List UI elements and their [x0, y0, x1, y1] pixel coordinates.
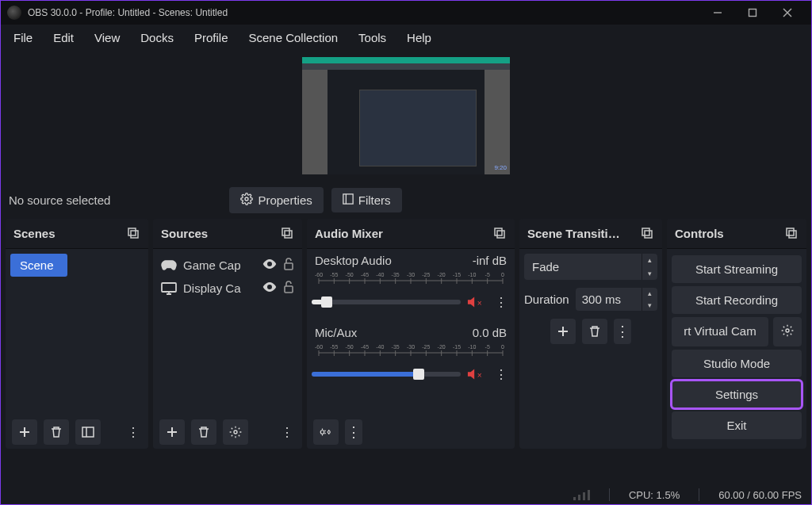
channel-menu-button[interactable]: ⋮ [492, 289, 510, 315]
source-label: Game Cap [183, 258, 256, 272]
menu-tools[interactable]: Tools [349, 28, 396, 48]
transitions-dock: Scene Transiti… Fade ▴▾ Duration 300 ms … [519, 219, 662, 449]
svg-text:-30: -30 [407, 344, 415, 350]
svg-text:-50: -50 [346, 344, 354, 350]
scenes-dock: Scenes Scene ⋮ [6, 219, 148, 449]
svg-text:-35: -35 [392, 272, 400, 277]
svg-point-22 [234, 430, 237, 434]
start-recording-button[interactable]: Start Recording [672, 286, 802, 314]
svg-text:×: × [477, 371, 482, 380]
db-scale: -60-55-50-45-40-35-30-25-20-15-10-50 [312, 270, 510, 288]
popout-icon[interactable] [642, 228, 654, 240]
mixer-title: Audio Mixer [315, 227, 383, 240]
svg-rect-15 [285, 263, 293, 270]
svg-rect-13 [285, 231, 292, 238]
delete-scene-button[interactable] [44, 419, 69, 445]
mute-icon[interactable]: × [467, 295, 486, 309]
svg-text:-10: -10 [468, 272, 476, 277]
svg-rect-1 [749, 10, 756, 17]
duration-value: 300 ms [576, 288, 642, 311]
svg-text:-40: -40 [376, 344, 384, 350]
monitor-icon [161, 282, 177, 295]
source-item[interactable]: Game Cap [158, 254, 297, 277]
transitions-title: Scene Transiti… [527, 227, 620, 240]
statusbar: CPU: 1.5% 60.00 / 60.00 FPS [1, 485, 811, 504]
menu-profile[interactable]: Profile [185, 28, 238, 48]
minimize-button[interactable] [700, 1, 735, 25]
scene-item[interactable]: Scene [10, 254, 67, 277]
add-source-button[interactable] [159, 419, 185, 445]
svg-rect-8 [128, 228, 136, 235]
window-title: OBS 30.0.0 - Profile: Untitled - Scenes:… [28, 7, 700, 18]
lock-icon[interactable] [283, 258, 294, 273]
mixer-advanced-button[interactable] [313, 419, 339, 445]
properties-button[interactable]: Properties [229, 187, 323, 213]
virtual-cam-settings-button[interactable] [773, 317, 802, 346]
source-properties-button[interactable] [223, 419, 248, 445]
eye-icon[interactable] [262, 281, 277, 295]
controls-dock: Controls Start Streaming Start Recording… [667, 219, 806, 449]
svg-point-82 [327, 431, 330, 434]
maximize-button[interactable] [735, 1, 770, 25]
svg-rect-84 [642, 228, 649, 235]
delete-transition-button[interactable] [582, 319, 607, 344]
studio-mode-button[interactable]: Studio Mode [672, 350, 802, 377]
menu-file[interactable]: File [4, 28, 42, 48]
preview-canvas[interactable]: 9:20 [302, 57, 510, 174]
mute-icon[interactable]: × [467, 367, 486, 381]
menu-edit[interactable]: Edit [44, 28, 83, 48]
delete-source-button[interactable] [191, 419, 216, 445]
channel-name: Mic/Aux [315, 326, 357, 339]
sources-dock: Sources Game CapDisplay Ca ⋮ [153, 219, 302, 449]
channel-menu-button[interactable]: ⋮ [492, 362, 510, 387]
transition-select[interactable]: Fade ▴▾ [524, 254, 657, 280]
svg-rect-5 [343, 193, 353, 203]
virtual-cam-button[interactable]: rt Virtual Cam [672, 317, 768, 346]
eye-icon[interactable] [262, 258, 277, 272]
volume-slider[interactable] [312, 372, 461, 377]
close-button[interactable] [770, 1, 805, 25]
add-scene-button[interactable] [12, 419, 37, 445]
duration-label: Duration [524, 293, 569, 306]
no-source-label: No source selected [7, 193, 110, 207]
menu-docks[interactable]: Docks [131, 28, 183, 48]
scene-menu-button[interactable]: ⋮ [124, 419, 142, 445]
source-label: Display Ca [183, 281, 256, 295]
exit-button[interactable]: Exit [672, 411, 802, 439]
fps-status: 60.00 / 60.00 FPS [718, 489, 802, 501]
lock-icon[interactable] [283, 281, 294, 296]
svg-rect-11 [82, 427, 94, 437]
popout-icon[interactable] [128, 228, 140, 240]
svg-text:-45: -45 [361, 344, 369, 350]
popout-icon[interactable] [282, 228, 294, 240]
settings-button[interactable]: Settings [672, 381, 802, 408]
svg-text:0: 0 [501, 344, 504, 350]
menu-scene-collection[interactable]: Scene Collection [239, 28, 348, 48]
titlebar: OBS 30.0.0 - Profile: Untitled - Scenes:… [1, 1, 811, 25]
svg-rect-19 [285, 286, 293, 293]
svg-text:-20: -20 [438, 344, 446, 350]
docks-row: Scenes Scene ⋮ Sources Game CapDisplay C… [1, 219, 811, 453]
volume-slider[interactable] [312, 300, 461, 304]
svg-rect-14 [282, 228, 289, 235]
mixer-menu-button[interactable]: ⋮ [345, 419, 362, 445]
scene-filter-button[interactable] [75, 419, 101, 445]
source-menu-button[interactable]: ⋮ [278, 419, 296, 445]
transition-menu-button[interactable]: ⋮ [614, 319, 631, 344]
menu-view[interactable]: View [85, 28, 129, 48]
popout-icon[interactable] [786, 228, 799, 240]
svg-text:-55: -55 [330, 344, 338, 350]
filters-icon [343, 193, 354, 207]
start-streaming-button[interactable]: Start Streaming [672, 255, 802, 283]
svg-rect-7 [131, 231, 138, 238]
source-item[interactable]: Display Ca [158, 277, 297, 300]
source-toolbar: No source selected Properties Filters [1, 181, 811, 219]
add-transition-button[interactable] [550, 319, 576, 344]
popout-icon[interactable] [494, 228, 507, 240]
svg-rect-83 [645, 231, 652, 238]
menu-help[interactable]: Help [397, 28, 441, 48]
duration-spinner[interactable]: 300 ms ▴▾ [576, 288, 657, 311]
filters-button[interactable]: Filters [331, 188, 402, 212]
svg-point-4 [245, 197, 248, 201]
mixer-channel: Mic/Aux0.0 dB-60-55-50-45-40-35-30-25-20… [312, 326, 510, 387]
